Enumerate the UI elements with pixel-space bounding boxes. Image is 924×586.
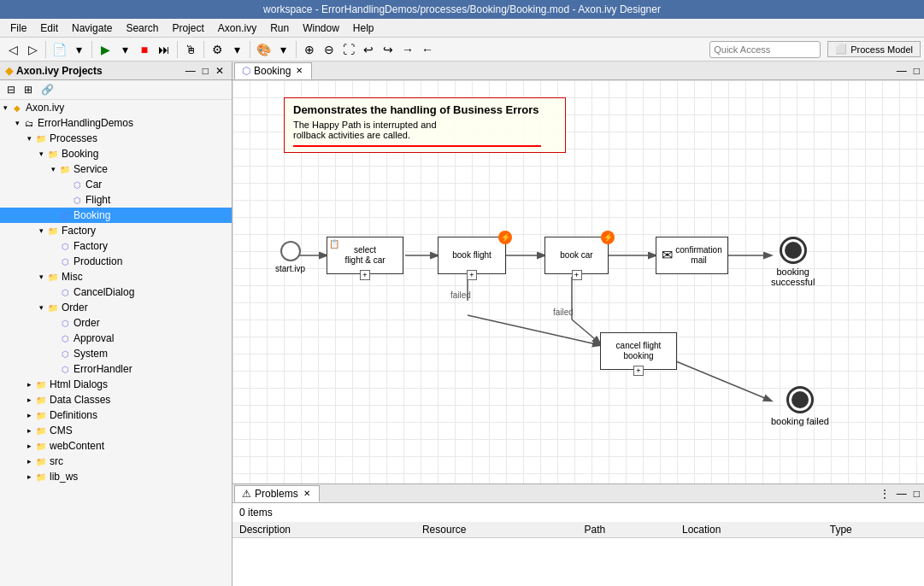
col-path: Path — [578, 522, 676, 538]
toolbar-nav-fwd[interactable]: → — [398, 40, 417, 59]
toolbar-run-btn[interactable]: ▶ — [96, 40, 115, 59]
tree-expand-all[interactable]: ⊞ — [21, 82, 36, 97]
panel-close-btn[interactable]: ✕ — [213, 65, 227, 77]
toolbar-stop-btn[interactable]: ■ — [135, 40, 154, 59]
tree-item-order2[interactable]: ⬡Order — [0, 315, 232, 331]
tree-item-car[interactable]: ⬡Car — [0, 177, 232, 192]
booking-tab-close[interactable]: ✕ — [294, 66, 304, 75]
tree-item-approval[interactable]: ⬡Approval — [0, 331, 232, 346]
toolbar-back-btn[interactable]: ◁ — [3, 40, 22, 59]
tree-item-htmldialogs[interactable]: ▸📁Html Dialogs — [0, 377, 232, 392]
tree-arrow-axonivy[interactable]: ▾ — [0, 103, 10, 112]
tree-arrow-order[interactable]: ▾ — [36, 303, 46, 312]
tree-arrow-definitions[interactable]: ▸ — [24, 411, 34, 419]
toolbar-zoom-in[interactable]: ⊕ — [300, 40, 319, 59]
tree-collapse-all[interactable]: ⊟ — [3, 82, 19, 97]
quick-access-input[interactable] — [709, 41, 821, 58]
toolbar-zoom-fit[interactable]: ⛶ — [339, 40, 358, 59]
toolbar-new-btn[interactable]: 📄 — [50, 40, 68, 59]
tree-item-service[interactable]: ▾📁Service — [0, 161, 232, 177]
toolbar-forward-btn[interactable]: ▷ — [23, 40, 42, 59]
toolbar-debug-btn[interactable]: ⏭ — [155, 40, 174, 59]
tree-arrow-misc[interactable]: ▾ — [36, 272, 46, 281]
toolbar-sep-4 — [203, 41, 204, 58]
toolbar-edit1[interactable]: ⚙ — [208, 40, 227, 59]
tree-item-axonivy[interactable]: ▾◆Axon.ivy — [0, 100, 232, 115]
panel-minimize-btn[interactable]: — — [183, 65, 198, 77]
tree-item-factory[interactable]: ▾📁Factory — [0, 223, 232, 238]
process-canvas[interactable]: Demonstrates the handling of Business Er… — [232, 80, 924, 483]
toolbar-zoom-out[interactable]: ⊖ — [320, 40, 338, 59]
toolbar-edit1d[interactable]: ▾ — [227, 40, 246, 59]
tree-item-errorhandlingdemos[interactable]: ▾🗂ErrorHandlingDemos — [0, 115, 232, 131]
tree-arrow-cms[interactable]: ▸ — [24, 426, 34, 435]
menu-window[interactable]: Window — [296, 21, 346, 36]
tree-item-cms[interactable]: ▸📁CMS — [0, 423, 232, 438]
book-flight-error: ⚡ — [498, 231, 512, 244]
process-model-button[interactable]: ⬜ Process Model — [827, 41, 921, 57]
cancel-flight-node[interactable]: cancel flightbooking + — [600, 332, 677, 370]
tree-item-definitions[interactable]: ▸📁Definitions — [0, 407, 232, 423]
tree-item-errorhandler[interactable]: ⬡ErrorHandler — [0, 361, 232, 377]
toolbar-mouse-btn[interactable]: 🖱 — [181, 40, 200, 59]
select-flight-node[interactable]: 📋 selectflight & car + — [327, 237, 403, 274]
tree-arrow-dataclasses[interactable]: ▸ — [24, 396, 34, 404]
toolbar-nav-bk[interactable]: ← — [418, 40, 437, 59]
tree-arrow-htmldialogs[interactable]: ▸ — [24, 380, 34, 389]
tree-arrow-libws[interactable]: ▸ — [24, 472, 34, 481]
tree-item-bookingmod[interactable]: ⬡Booking — [0, 208, 232, 223]
toolbar-run-dropdown[interactable]: ▾ — [115, 40, 134, 59]
tree-arrow-processes[interactable]: ▾ — [24, 134, 34, 143]
tree-item-dataclasses[interactable]: ▸📁Data Classes — [0, 392, 232, 407]
tree-arrow-booking[interactable]: ▾ — [36, 149, 46, 158]
tree-link-editor[interactable]: 🔗 — [38, 82, 57, 97]
tree-arrow-factory[interactable]: ▾ — [36, 226, 46, 235]
tree-arrow-src[interactable]: ▸ — [24, 457, 34, 466]
toolbar-new-dropdown[interactable]: ▾ — [69, 40, 88, 59]
tree-item-src[interactable]: ▸📁src — [0, 454, 232, 469]
booking-tab[interactable]: ⬡ Booking ✕ — [234, 62, 312, 79]
tree-item-canceldialog[interactable]: ⬡CancelDialog — [0, 284, 232, 300]
tree-item-system[interactable]: ⬡System — [0, 346, 232, 361]
panel-maximize-btn[interactable]: □ — [200, 65, 211, 77]
tab-min-btn[interactable]: — — [894, 65, 909, 77]
menu-run[interactable]: Run — [263, 21, 296, 36]
problems-panel-menu[interactable]: ⋮ — [877, 488, 892, 500]
tree-item-factory2[interactable]: ⬡Factory — [0, 238, 232, 254]
problems-panel-max[interactable]: □ — [911, 488, 922, 500]
problems-tab[interactable]: ⚠ Problems ✕ — [234, 485, 320, 502]
tree-item-misc[interactable]: ▾📁Misc — [0, 269, 232, 284]
tree-item-processes[interactable]: ▾📁Processes — [0, 131, 232, 146]
tree-item-flight[interactable]: ⬡Flight — [0, 192, 232, 208]
tree-arrow-errorhandlingdemos[interactable]: ▾ — [12, 119, 22, 127]
book-car-node[interactable]: book car ⚡ + — [544, 237, 609, 274]
book-flight-node[interactable]: book flight ⚡ + — [438, 237, 506, 274]
toolbar-undo[interactable]: ↩ — [359, 40, 378, 59]
tree-item-order[interactable]: ▾📁Order — [0, 300, 232, 315]
menu-help[interactable]: Help — [346, 21, 381, 36]
tree-item-booking[interactable]: ▾📁Booking — [0, 146, 232, 161]
tree-arrow-webcontent[interactable]: ▸ — [24, 442, 34, 450]
menu-axonivy[interactable]: Axon.ivy — [211, 21, 263, 36]
tree-arrow-service[interactable]: ▾ — [48, 165, 58, 173]
menu-search[interactable]: Search — [119, 21, 165, 36]
confirmation-mail-node[interactable]: ✉ confirmationmail — [656, 237, 728, 274]
canvas-grid: Demonstrates the handling of Business Er… — [232, 80, 924, 483]
tree-item-webcontent[interactable]: ▸📁webContent — [0, 438, 232, 454]
tree-item-production[interactable]: ⬡Production — [0, 254, 232, 269]
toolbar-redo[interactable]: ↪ — [379, 40, 397, 59]
tree-item-libws[interactable]: ▸📁lib_ws — [0, 469, 232, 484]
toolbar-palette-btn[interactable]: 🎨 — [254, 40, 273, 59]
menu-edit[interactable]: Edit — [33, 21, 65, 36]
start-node[interactable]: start.ivp — [275, 241, 305, 273]
menu-project[interactable]: Project — [165, 21, 210, 36]
toolbar-palette-dd[interactable]: ▾ — [274, 40, 292, 59]
menu-navigate[interactable]: Navigate — [65, 21, 119, 36]
tree-icon-service: 📁 — [58, 162, 72, 176]
tab-max-btn[interactable]: □ — [911, 65, 922, 77]
booking-failed-node[interactable]: booking failed — [771, 386, 829, 426]
problems-panel-min[interactable]: — — [894, 488, 909, 500]
booking-successful-node[interactable]: bookingsuccessful — [771, 237, 815, 287]
problems-tab-close[interactable]: ✕ — [302, 489, 312, 498]
menu-file[interactable]: File — [3, 21, 33, 36]
